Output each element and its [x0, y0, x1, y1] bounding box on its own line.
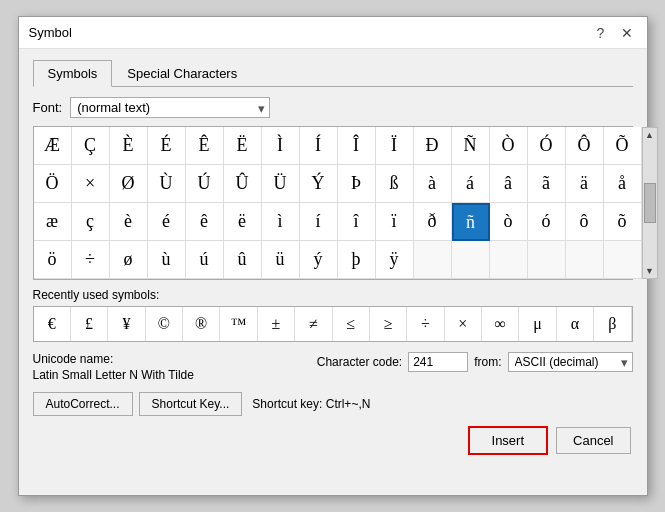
recent-cell[interactable]: ¥	[108, 307, 145, 341]
symbol-cell[interactable]: à	[414, 165, 452, 203]
symbol-cell[interactable]: Ò	[490, 127, 528, 165]
symbol-cell[interactable]: ö	[34, 241, 72, 279]
symbol-cell[interactable]: Î	[338, 127, 376, 165]
symbol-cell[interactable]: ë	[224, 203, 262, 241]
recent-cell[interactable]: ≠	[295, 307, 332, 341]
scroll-thumb[interactable]	[644, 183, 656, 223]
recent-cell[interactable]: ©	[146, 307, 183, 341]
symbol-cell-empty	[414, 241, 452, 279]
tab-symbols[interactable]: Symbols	[33, 60, 113, 87]
recent-cell[interactable]: ÷	[407, 307, 444, 341]
symbol-cell[interactable]: Ç	[72, 127, 110, 165]
autocorrect-button[interactable]: AutoCorrect...	[33, 392, 133, 416]
symbol-cell[interactable]: æ	[34, 203, 72, 241]
symbol-cell[interactable]: Õ	[604, 127, 642, 165]
symbol-cell[interactable]: ç	[72, 203, 110, 241]
symbol-cell[interactable]: Ð	[414, 127, 452, 165]
scroll-down-arrow[interactable]: ▼	[643, 264, 657, 278]
symbol-cell[interactable]: Ñ	[452, 127, 490, 165]
symbol-cell[interactable]: ô	[566, 203, 604, 241]
recent-cell[interactable]: £	[71, 307, 108, 341]
symbol-cell[interactable]: ÿ	[376, 241, 414, 279]
recent-cell[interactable]: ≥	[370, 307, 407, 341]
symbol-cell[interactable]: ã	[528, 165, 566, 203]
font-select[interactable]: (normal text)	[70, 97, 270, 118]
cancel-button[interactable]: Cancel	[556, 427, 630, 454]
symbol-cell[interactable]: ø	[110, 241, 148, 279]
shortcut-key-button[interactable]: Shortcut Key...	[139, 392, 243, 416]
symbol-cell[interactable]: Ì	[262, 127, 300, 165]
symbol-cell[interactable]: â	[490, 165, 528, 203]
symbol-cell[interactable]: ú	[186, 241, 224, 279]
recent-cell[interactable]: ×	[445, 307, 482, 341]
symbol-cell[interactable]: Ô	[566, 127, 604, 165]
from-select[interactable]: ASCII (decimal) ASCII (hex) Unicode (hex…	[508, 352, 633, 372]
insert-button[interactable]: Insert	[468, 426, 549, 455]
symbol-cell[interactable]: ý	[300, 241, 338, 279]
symbols-grid: Æ Ç È É Ê Ë Ì Í Î Ï Ð Ñ Ò Ó Ô Õ	[34, 127, 642, 279]
symbol-cell[interactable]: É	[148, 127, 186, 165]
symbol-cell[interactable]: Ê	[186, 127, 224, 165]
symbol-cell[interactable]: Þ	[338, 165, 376, 203]
help-button[interactable]: ?	[591, 23, 611, 43]
symbol-cell[interactable]: ð	[414, 203, 452, 241]
symbol-cell[interactable]: ÷	[72, 241, 110, 279]
symbol-cell[interactable]: Ø	[110, 165, 148, 203]
symbol-cell[interactable]: û	[224, 241, 262, 279]
symbol-cell[interactable]: È	[110, 127, 148, 165]
symbol-cell[interactable]: í	[300, 203, 338, 241]
symbol-cell[interactable]: ù	[148, 241, 186, 279]
symbol-cell[interactable]: Ö	[34, 165, 72, 203]
close-button[interactable]: ✕	[617, 23, 637, 43]
symbol-cell[interactable]: é	[148, 203, 186, 241]
symbol-cell[interactable]: Ù	[148, 165, 186, 203]
scroll-up-arrow[interactable]: ▲	[643, 128, 657, 142]
recently-used-label: Recently used symbols:	[33, 288, 633, 302]
recent-cell[interactable]: β	[594, 307, 631, 341]
symbol-cell[interactable]: ê	[186, 203, 224, 241]
symbol-cell[interactable]: Í	[300, 127, 338, 165]
symbol-cell[interactable]: ï	[376, 203, 414, 241]
recent-cell[interactable]: α	[557, 307, 594, 341]
symbol-cell[interactable]: ü	[262, 241, 300, 279]
recent-cell[interactable]: ±	[258, 307, 295, 341]
symbol-cell[interactable]: Æ	[34, 127, 72, 165]
symbol-cell[interactable]: ß	[376, 165, 414, 203]
symbol-cell[interactable]: á	[452, 165, 490, 203]
tab-bar: Symbols Special Characters	[33, 59, 633, 87]
scrollbar[interactable]: ▲ ▼	[642, 127, 658, 279]
symbol-cell[interactable]: ×	[72, 165, 110, 203]
symbol-cell[interactable]: Ï	[376, 127, 414, 165]
symbol-cell[interactable]: î	[338, 203, 376, 241]
unicode-name-label: Unicode name:	[33, 352, 317, 366]
symbol-cell[interactable]: ì	[262, 203, 300, 241]
symbol-cell[interactable]: þ	[338, 241, 376, 279]
recent-cell[interactable]: €	[34, 307, 71, 341]
symbol-cell-empty	[490, 241, 528, 279]
unicode-left: Unicode name: Latin Small Letter N With …	[33, 352, 317, 382]
symbol-cell[interactable]: Ý	[300, 165, 338, 203]
recent-cell[interactable]: ≤	[333, 307, 370, 341]
recent-cell[interactable]: ∞	[482, 307, 519, 341]
from-label: from:	[474, 355, 501, 369]
symbol-cell[interactable]: Ú	[186, 165, 224, 203]
symbol-cell[interactable]: ó	[528, 203, 566, 241]
symbol-cell[interactable]: õ	[604, 203, 642, 241]
char-code-input[interactable]	[408, 352, 468, 372]
font-select-wrapper: (normal text)	[70, 97, 270, 118]
symbol-cell[interactable]: ä	[566, 165, 604, 203]
tab-special-characters[interactable]: Special Characters	[112, 60, 252, 87]
symbol-cell-selected[interactable]: ñ	[452, 203, 490, 241]
symbol-cell[interactable]: å	[604, 165, 642, 203]
recent-cell[interactable]: ™	[220, 307, 257, 341]
recent-cell[interactable]: μ	[519, 307, 556, 341]
symbol-cell[interactable]: Ë	[224, 127, 262, 165]
symbol-cell[interactable]: Ü	[262, 165, 300, 203]
symbol-cell[interactable]: è	[110, 203, 148, 241]
symbols-grid-container: Æ Ç È É Ê Ë Ì Í Î Ï Ð Ñ Ò Ó Ô Õ	[33, 126, 633, 280]
shortcut-key-text: Shortcut key: Ctrl+~,N	[252, 397, 370, 411]
symbol-cell[interactable]: Û	[224, 165, 262, 203]
recent-cell[interactable]: ®	[183, 307, 220, 341]
symbol-cell[interactable]: Ó	[528, 127, 566, 165]
symbol-cell[interactable]: ò	[490, 203, 528, 241]
